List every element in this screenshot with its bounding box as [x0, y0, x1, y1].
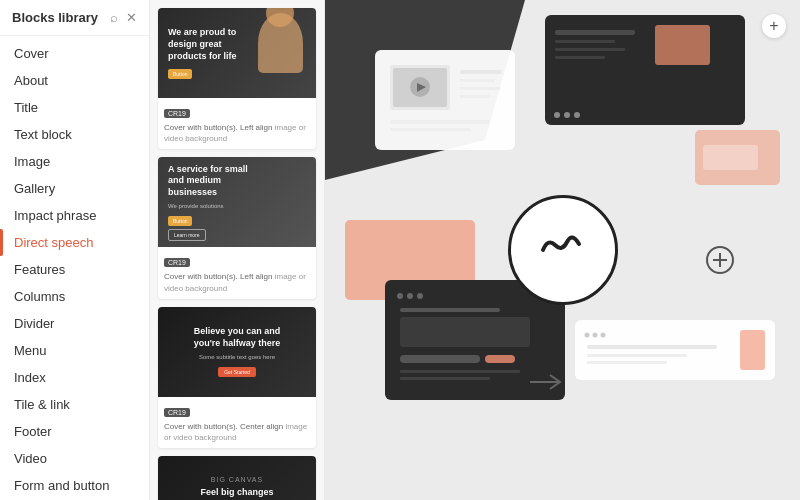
- tilda-svg: [533, 220, 593, 280]
- block-meta: CR19 Cover with button(s). Left align im…: [158, 98, 316, 149]
- sidebar-item-tile[interactable]: Tile & link: [0, 391, 149, 418]
- thumb-overlay: BIG CANVAS: [211, 476, 263, 483]
- panel-header: Blocks library ⌕ ✕: [0, 0, 149, 36]
- sidebar-item-index[interactable]: Index: [0, 364, 149, 391]
- thumb-subtext: Some subtitle text goes here: [199, 353, 275, 361]
- block-desc: Cover with button(s). Center align image…: [164, 421, 310, 443]
- svg-rect-3: [555, 48, 625, 51]
- search-icon[interactable]: ⌕: [110, 10, 118, 25]
- sidebar-item-menu[interactable]: Menu: [0, 337, 149, 364]
- svg-rect-4: [555, 56, 605, 59]
- svg-rect-38: [740, 330, 765, 370]
- thumb-button: Button: [168, 69, 192, 79]
- svg-rect-40: [703, 145, 758, 170]
- block-item[interactable]: BIG CANVAS Feel big changes happening ar…: [158, 456, 316, 500]
- svg-rect-16: [460, 87, 500, 90]
- svg-rect-29: [400, 370, 520, 373]
- svg-point-23: [407, 293, 413, 299]
- svg-point-8: [574, 112, 580, 118]
- svg-rect-28: [485, 355, 515, 363]
- canvas-area: +: [325, 0, 800, 500]
- svg-rect-1: [555, 30, 635, 35]
- block-thumbnail: We are proud to design great products fo…: [158, 8, 316, 98]
- block-thumbnail: Believe you can and you're halfway there…: [158, 307, 316, 397]
- svg-rect-26: [400, 317, 530, 347]
- block-item[interactable]: We are proud to design great products fo…: [158, 8, 316, 149]
- svg-point-22: [397, 293, 403, 299]
- thumb-headline: We are proud to design great products fo…: [168, 27, 238, 62]
- block-thumbnail: A service for small and medium businesse…: [158, 157, 316, 247]
- tilda-logo: [508, 195, 618, 305]
- thumb-headline: Feel big changes happening around you: [182, 487, 292, 500]
- svg-point-33: [593, 333, 598, 338]
- panel-nav: Cover About Title Text block Image Galle…: [0, 36, 149, 500]
- sidebar-item-gallery[interactable]: Gallery: [0, 175, 149, 202]
- block-meta: CR19 Cover with button(s). Left align im…: [158, 247, 316, 298]
- svg-point-6: [554, 112, 560, 118]
- thumb-button: Get Started: [218, 367, 256, 377]
- svg-rect-15: [460, 79, 495, 82]
- panel-title: Blocks library: [12, 10, 98, 25]
- svg-rect-17: [460, 95, 490, 98]
- right-panel: +: [325, 0, 800, 500]
- svg-rect-18: [390, 120, 490, 124]
- svg-rect-27: [400, 355, 480, 363]
- svg-rect-37: [587, 361, 667, 364]
- svg-rect-30: [400, 377, 490, 380]
- svg-rect-2: [555, 40, 615, 43]
- block-tag: CR19: [164, 258, 190, 267]
- svg-rect-14: [460, 70, 502, 74]
- sidebar-item-footer[interactable]: Footer: [0, 418, 149, 445]
- thumb-headline: Believe you can and you're halfway there: [187, 326, 287, 349]
- sidebar-item-columns[interactable]: Columns: [0, 283, 149, 310]
- svg-point-32: [585, 333, 590, 338]
- sidebar-item-cover[interactable]: Cover: [0, 40, 149, 67]
- block-meta: CR19 Cover with button(s). Center align …: [158, 397, 316, 448]
- close-icon[interactable]: ✕: [126, 10, 137, 25]
- sidebar-item-features[interactable]: Features: [0, 256, 149, 283]
- svg-point-24: [417, 293, 423, 299]
- middle-panel: We are proud to design great products fo…: [150, 0, 325, 500]
- sidebar-item-textblock[interactable]: Text block: [0, 121, 149, 148]
- block-thumbnail: BIG CANVAS Feel big changes happening ar…: [158, 456, 316, 500]
- sidebar-item-impact[interactable]: Impact phrase: [0, 202, 149, 229]
- sidebar-item-image[interactable]: Image: [0, 148, 149, 175]
- plus-icon: +: [769, 17, 778, 35]
- thumb-button: Button: [168, 216, 192, 226]
- svg-rect-5: [655, 25, 710, 65]
- svg-rect-25: [400, 308, 500, 312]
- svg-rect-36: [587, 354, 687, 357]
- svg-rect-35: [587, 345, 717, 349]
- block-desc: Cover with button(s). Left align image o…: [164, 271, 310, 293]
- sidebar-item-title[interactable]: Title: [0, 94, 149, 121]
- svg-rect-19: [390, 128, 470, 131]
- svg-point-34: [601, 333, 606, 338]
- block-item[interactable]: A service for small and medium businesse…: [158, 157, 316, 298]
- left-panel: Blocks library ⌕ ✕ Cover About Title Tex…: [0, 0, 150, 500]
- sidebar-item-direct[interactable]: Direct speech: [0, 229, 149, 256]
- panel-header-icons: ⌕ ✕: [110, 10, 137, 25]
- thumb-headline: A service for small and medium businesse…: [168, 164, 248, 199]
- sidebar-item-about[interactable]: About: [0, 67, 149, 94]
- svg-point-7: [564, 112, 570, 118]
- thumb-subtext: We provide solutions: [168, 202, 238, 210]
- sidebar-item-video[interactable]: Video: [0, 445, 149, 472]
- block-desc: Cover with button(s). Left align image o…: [164, 122, 310, 144]
- sidebar-item-form[interactable]: Form and button: [0, 472, 149, 499]
- add-button[interactable]: +: [762, 14, 786, 38]
- block-tag: CR19: [164, 109, 190, 118]
- block-item[interactable]: Believe you can and you're halfway there…: [158, 307, 316, 448]
- block-tag: CR19: [164, 408, 190, 417]
- thumb-outline-button: Learn more: [168, 229, 206, 241]
- sidebar-item-divider[interactable]: Divider: [0, 310, 149, 337]
